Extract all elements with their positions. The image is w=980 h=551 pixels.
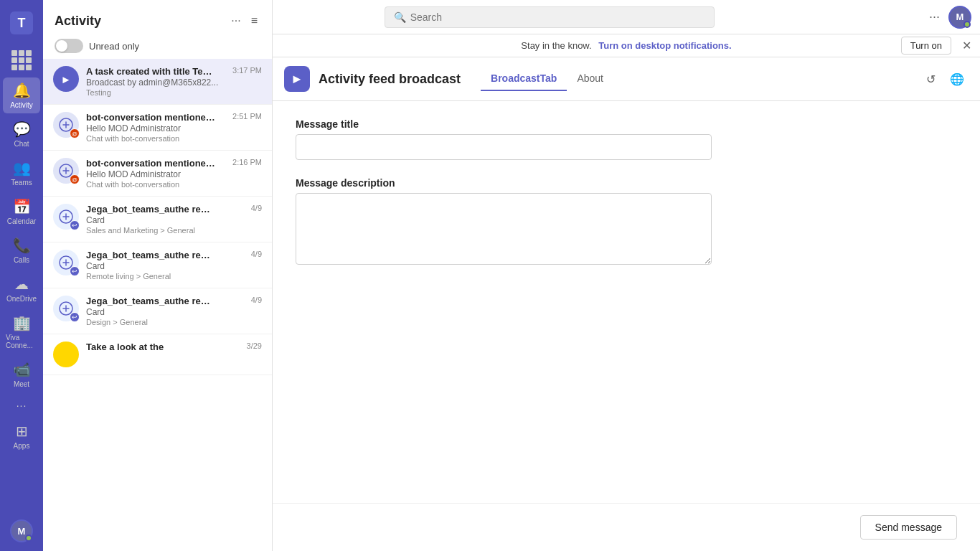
meet-icon: 📹 xyxy=(13,361,31,378)
activity-sub: Chat with bot-conversation xyxy=(86,180,262,189)
sidebar-item-teams[interactable]: 👥 Teams xyxy=(3,155,40,191)
activity-content: Jega_bot_teams_authe replied to message … xyxy=(86,204,262,235)
activity-time: 2:51 PM xyxy=(232,112,262,121)
search-icon: 🔍 xyxy=(394,11,406,23)
activity-icon: 🔔 xyxy=(13,82,31,99)
calls-icon: 📞 xyxy=(13,237,31,254)
viva-label: Viva Conne... xyxy=(6,334,37,349)
list-item[interactable]: @ bot-conversation mentioned you 2:51 PM… xyxy=(43,105,272,151)
tab-about[interactable]: About xyxy=(567,67,613,91)
activity-sub: Chat with bot-conversation xyxy=(86,134,262,143)
activity-row1: Jega_bot_teams_authe replied to message … xyxy=(86,296,262,306)
activity-sub: Sales and Marketing > General xyxy=(86,226,262,235)
avatar: ↩ xyxy=(53,296,79,321)
meet-label: Meet xyxy=(14,380,29,388)
search-box[interactable]: 🔍 xyxy=(385,6,715,28)
message-title-label: Message title xyxy=(296,118,712,130)
grid-icon xyxy=(11,50,32,70)
form-area: Message title Message description xyxy=(273,101,980,503)
message-desc-label: Message description xyxy=(296,177,712,189)
more-options-button[interactable]: ··· xyxy=(926,6,943,27)
content-header: ► Activity feed broadcast BroadcastTab A… xyxy=(273,57,980,101)
sidebar-item-calendar[interactable]: 📅 Calendar xyxy=(3,194,40,230)
activity-name: Jega_bot_teams_authe replied to message xyxy=(86,204,215,215)
avatar-icon: ► xyxy=(53,66,79,92)
reply-badge: ↩ xyxy=(70,220,80,230)
search-input[interactable] xyxy=(410,11,705,23)
notification-turn-on-link[interactable]: Turn on desktop notifications. xyxy=(598,40,731,51)
calendar-label: Calendar xyxy=(7,217,37,225)
activity-sub: Design > General xyxy=(86,318,262,326)
unread-label: Unread only xyxy=(89,41,139,52)
apps-label: Apps xyxy=(14,442,30,450)
activity-row1: Jega_bot_teams_authe replied to message … xyxy=(86,250,262,260)
activity-content: bot-conversation mentioned you 2:16 PM H… xyxy=(86,158,262,189)
turn-on-button[interactable]: Turn on xyxy=(901,37,951,55)
refresh-button[interactable]: ↺ xyxy=(922,70,940,89)
user-avatar[interactable]: M xyxy=(10,519,33,542)
activity-name: Jega_bot_teams_authe replied to message xyxy=(86,296,215,306)
reply-badge: ↩ xyxy=(70,312,80,322)
send-btn-area: Send message xyxy=(273,503,980,551)
sidebar-actions: ··· ≡ xyxy=(228,11,260,30)
activity-desc: Card xyxy=(86,215,262,225)
list-item[interactable]: ► A task created with title Testing 3:17… xyxy=(43,59,272,105)
activity-content: Jega_bot_teams_authe replied to message … xyxy=(86,250,262,281)
list-item[interactable]: @ bot-conversation mentioned you 2:16 PM… xyxy=(43,151,272,197)
activity-time: 4/9 xyxy=(251,296,262,304)
activity-desc: Card xyxy=(86,307,262,317)
activity-content: Take a look at the 3/29 xyxy=(86,342,262,352)
sidebar-more-button[interactable]: ··· xyxy=(228,11,243,30)
avatar: @ xyxy=(53,112,79,138)
tab-broadcasttab[interactable]: BroadcastTab xyxy=(481,67,567,91)
app-icon: ► xyxy=(284,66,310,92)
notification-banner: Stay in the know. Turn on desktop notifi… xyxy=(273,34,980,57)
yellow-avatar xyxy=(53,342,79,367)
avatar: ↩ xyxy=(53,204,79,230)
main-area: 🔍 ··· M Stay in the know. Turn on deskto… xyxy=(273,0,980,551)
chat-icon: 💬 xyxy=(13,121,31,138)
activity-row1: bot-conversation mentioned you 2:51 PM xyxy=(86,112,262,123)
teams-logo: T xyxy=(10,11,33,34)
mention-badge: @ xyxy=(70,128,80,138)
sidebar-header: Activity ··· ≡ xyxy=(43,0,272,36)
list-item[interactable]: ↩ Jega_bot_teams_authe replied to messag… xyxy=(43,242,272,288)
globe-button[interactable]: 🌐 xyxy=(946,70,969,89)
send-message-button[interactable]: Send message xyxy=(860,515,957,540)
message-title-group: Message title xyxy=(296,118,712,160)
sidebar-item-meet[interactable]: 📹 Meet xyxy=(3,357,40,392)
sidebar-item-chat[interactable]: 💬 Chat xyxy=(3,116,40,152)
grid-menu-button[interactable] xyxy=(3,46,40,75)
list-item[interactable]: ↩ Jega_bot_teams_authe replied to messag… xyxy=(43,288,272,334)
activity-time: 3/29 xyxy=(247,342,262,350)
activity-list: ► A task created with title Testing 3:17… xyxy=(43,59,272,551)
sidebar-item-viva[interactable]: 🏢 Viva Conne... xyxy=(3,310,40,354)
sidebar-filter-button[interactable]: ≡ xyxy=(248,11,260,30)
sidebar-item-onedrive[interactable]: ☁ OneDrive xyxy=(3,271,40,307)
teams-icon: 👥 xyxy=(13,159,31,176)
message-desc-textarea[interactable] xyxy=(296,193,712,265)
list-item[interactable]: Take a look at the 3/29 xyxy=(43,334,272,375)
notification-close-button[interactable]: ✕ xyxy=(962,39,971,52)
sidebar-item-apps[interactable]: ⊞ Apps xyxy=(3,418,40,454)
activity-desc: Hello MOD Administrator xyxy=(86,123,262,133)
sidebar-item-calls[interactable]: 📞 Calls xyxy=(3,232,40,268)
avatar: ↩ xyxy=(53,250,79,276)
onedrive-label: OneDrive xyxy=(6,295,37,303)
message-desc-group: Message description xyxy=(296,177,712,268)
teams-label: Teams xyxy=(11,179,32,187)
user-avatar-topbar[interactable]: M xyxy=(948,6,971,29)
sidebar-item-activity[interactable]: 🔔 Activity xyxy=(3,77,40,113)
app-icon-inner: ► xyxy=(291,72,303,87)
message-title-input[interactable] xyxy=(296,134,712,160)
notification-text: Stay in the know. xyxy=(521,40,594,51)
unread-toggle[interactable] xyxy=(55,39,83,53)
activity-desc: Hello MOD Administrator xyxy=(86,169,262,179)
header-actions: ↺ 🌐 xyxy=(922,70,969,89)
onedrive-icon: ☁ xyxy=(14,276,29,293)
sidebar-item-more[interactable]: ··· xyxy=(3,395,40,415)
activity-row1: A task created with title Testing 3:17 P… xyxy=(86,66,262,77)
content-title: Activity feed broadcast xyxy=(319,72,461,87)
mention-badge: @ xyxy=(70,174,80,184)
list-item[interactable]: ↩ Jega_bot_teams_authe replied to messag… xyxy=(43,197,272,242)
